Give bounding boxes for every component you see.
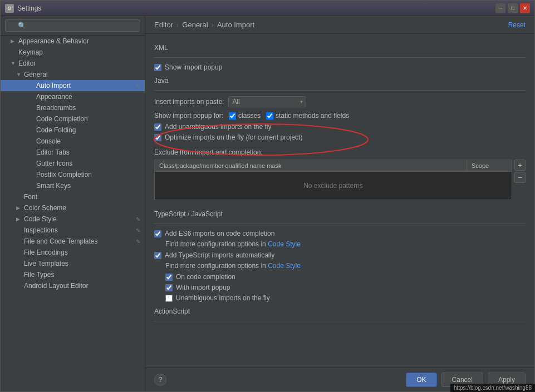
classes-checkbox-group: classes — [229, 112, 261, 120]
xml-section-label: XML — [154, 44, 526, 52]
sidebar-item-label: Smart Keys — [36, 182, 140, 190]
optimize-imports-label: Optimize imports on the fly (for current… — [165, 133, 302, 141]
add-unambiguous-checkbox[interactable] — [154, 123, 161, 131]
sidebar-item-label: Code Folding — [36, 126, 140, 134]
sidebar-item-code-style[interactable]: ▶ Code Style ✎ — [1, 214, 145, 225]
tree-container: ▶ Appearance & Behavior Keymap ▼ Editor … — [1, 36, 145, 391]
maximize-button[interactable]: □ — [508, 3, 518, 13]
arrow-icon: ▶ — [16, 216, 24, 222]
unambiguous-label: Unambiguous imports on the fly — [176, 294, 270, 302]
sidebar-item-editor[interactable]: ▼ Editor — [1, 58, 145, 69]
sidebar-item-label: Code Style — [24, 215, 136, 223]
sidebar-item-code-completion[interactable]: Code Completion — [1, 113, 145, 125]
add-es6-label: Add ES6 imports on code completion — [165, 230, 274, 237]
exclude-section: Exclude from import and completion: Clas… — [154, 148, 526, 205]
sidebar-item-label: Keymap — [18, 48, 140, 56]
sidebar-item-label: Appearance & Behavior — [18, 37, 140, 45]
unambiguous-checkbox[interactable] — [165, 295, 173, 302]
breadcrumb-sep2: › — [212, 21, 214, 29]
classes-checkbox[interactable] — [229, 112, 236, 120]
optimize-imports-row: Optimize imports on the fly (for current… — [154, 133, 526, 141]
sidebar-item-font[interactable]: Font — [1, 191, 145, 202]
exclude-label: Exclude from import and completion: — [154, 148, 526, 156]
on-completion-row: On code completion — [154, 273, 526, 281]
show-import-popup-checkbox[interactable] — [154, 64, 161, 71]
insert-imports-dropdown[interactable]: Ask All None — [228, 96, 306, 107]
settings-icon: ✎ — [136, 227, 140, 234]
arrow-icon: ▼ — [16, 72, 24, 77]
add-typescript-label: Add TypeScript imports automatically — [165, 251, 274, 259]
sidebar-item-label: Postfix Completion — [36, 171, 140, 178]
sidebar-item-file-types[interactable]: File Types — [1, 269, 145, 280]
annotated-section: Add unambiguous imports on the fly Optim… — [154, 123, 526, 144]
sidebar-item-appearance[interactable]: Appearance — [1, 91, 145, 102]
sidebar-item-inspections[interactable]: Inspections ✎ — [1, 225, 145, 236]
sidebar-item-file-code-templates[interactable]: File and Code Templates ✎ — [1, 236, 145, 247]
sidebar-item-label: Breadcrumbs — [36, 104, 140, 112]
classes-label: classes — [238, 112, 261, 120]
sidebar-item-appearance-behavior[interactable]: ▶ Appearance & Behavior — [1, 36, 145, 47]
ok-button[interactable]: OK — [406, 373, 436, 387]
code-style-link1[interactable]: Code Style — [268, 240, 301, 248]
on-completion-checkbox[interactable] — [165, 274, 173, 281]
with-import-popup-label: With import popup — [176, 284, 230, 291]
on-completion-label: On code completion — [176, 273, 235, 281]
add-typescript-checkbox[interactable] — [154, 252, 161, 259]
sidebar-item-label: General — [24, 71, 140, 78]
right-panel: Editor › General › Auto Import Reset XML… — [145, 16, 534, 391]
breadcrumb-general: General — [182, 21, 208, 29]
settings-icon: ✎ — [136, 239, 140, 245]
add-pattern-button[interactable]: + — [514, 160, 526, 171]
sidebar-item-color-scheme[interactable]: ▶ Color Scheme — [1, 202, 145, 214]
static-methods-checkbox[interactable] — [266, 112, 273, 120]
reset-link[interactable]: Reset — [508, 21, 526, 29]
sidebar-item-general[interactable]: ▼ General — [1, 69, 145, 80]
sidebar-item-label: Appearance — [36, 93, 140, 101]
sidebar-item-label: File Types — [24, 271, 140, 279]
with-import-popup-checkbox[interactable] — [165, 284, 173, 291]
arrow-icon: ▶ — [16, 205, 24, 211]
with-import-popup-row: With import popup — [154, 284, 526, 291]
search-input[interactable] — [5, 19, 140, 32]
exclude-table-wrapper: Class/package/member qualified name mask… — [154, 160, 526, 205]
sidebar-item-code-folding[interactable]: Code Folding — [1, 125, 145, 136]
sidebar-item-smart-keys[interactable]: Smart Keys — [1, 180, 145, 191]
show-popup-for-label: Show import popup for: — [154, 112, 223, 120]
panel-content: XML Show import popup Java Insert import… — [145, 34, 534, 368]
find-more-ts-row: Find more configuration options in Code … — [154, 240, 526, 248]
static-methods-checkbox-group: static methods and fields — [266, 112, 349, 120]
sidebar-item-live-templates[interactable]: Live Templates — [1, 258, 145, 269]
sidebar-item-label: Font — [24, 193, 140, 201]
optimize-imports-checkbox[interactable] — [154, 134, 161, 141]
help-button[interactable]: ? — [154, 374, 166, 386]
sidebar-item-postfix-completion[interactable]: Postfix Completion — [1, 169, 145, 180]
static-methods-label: static methods and fields — [276, 112, 349, 120]
sidebar-item-console[interactable]: Console — [1, 136, 145, 147]
remove-pattern-button[interactable]: − — [514, 172, 526, 183]
window-title: Settings — [17, 4, 495, 12]
close-button[interactable]: ✕ — [520, 3, 530, 13]
arrow-icon: ▶ — [11, 38, 18, 44]
code-style-link2[interactable]: Code Style — [268, 262, 301, 270]
sidebar-item-keymap[interactable]: Keymap — [1, 47, 145, 58]
sidebar-item-gutter-icons[interactable]: Gutter Icons — [1, 158, 145, 169]
search-wrapper: 🔍 — [5, 19, 140, 32]
insert-imports-select-wrapper: Ask All None — [228, 96, 306, 107]
no-patterns-label: No exclude patterns — [303, 182, 363, 190]
minimize-button[interactable]: ─ — [495, 3, 505, 13]
sidebar-item-auto-import[interactable]: Auto Import ✎ — [1, 80, 145, 91]
sidebar-item-file-encodings[interactable]: File Encodings — [1, 247, 145, 258]
sidebar-item-editor-tabs[interactable]: Editor Tabs — [1, 147, 145, 158]
settings-window: ⚙ Settings ─ □ ✕ 🔍 ▶ Appearance & Behavi… — [0, 0, 535, 392]
sidebar-item-label: Editor Tabs — [36, 148, 140, 156]
actionscript-section-label: ActionScript — [154, 307, 526, 315]
sidebar-item-label: Color Scheme — [24, 204, 140, 212]
breadcrumb-sep: › — [176, 21, 179, 29]
sidebar-item-label: Editor — [18, 59, 140, 67]
insert-imports-row: Insert imports on paste: Ask All None — [154, 96, 526, 107]
settings-icon: ✎ — [136, 216, 140, 222]
sidebar-item-android-layout-editor[interactable]: Android Layout Editor — [1, 280, 145, 291]
sidebar-item-breadcrumbs[interactable]: Breadcrumbs — [1, 102, 145, 113]
breadcrumb-bar: Editor › General › Auto Import Reset — [145, 16, 534, 34]
add-es6-checkbox[interactable] — [154, 230, 161, 237]
